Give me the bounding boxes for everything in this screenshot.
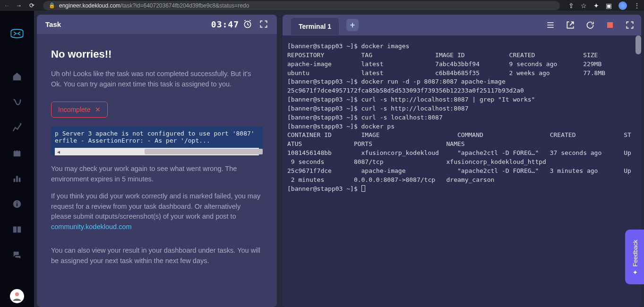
svg-rect-1 <box>14 179 16 182</box>
lock-icon: 🔒 <box>49 2 55 9</box>
left-sidebar <box>0 11 34 307</box>
sidebar-item-info[interactable] <box>11 198 23 210</box>
user-avatar[interactable] <box>10 289 24 303</box>
sparkle-icon: ✦ <box>632 269 639 274</box>
status-badge[interactable]: Incomplete ✕ <box>51 102 108 118</box>
main-layout: Task 03:47 No worries!! Uh oh! Looks lik… <box>0 11 644 307</box>
sidebar-item-analytics[interactable] <box>11 121 23 134</box>
terminal-text: [banner@stapp03 ~]$ docker images REPOSI… <box>287 43 631 192</box>
url-bar[interactable]: 🔒 engineer.kodekloud.com/task?id=6407203… <box>43 1 560 10</box>
error-text: p Server 3 apache is not configured to u… <box>55 130 259 148</box>
task-body: No worries!! Uh oh! Looks like the task … <box>37 34 277 307</box>
terminal-tab[interactable]: Terminal 1 <box>291 18 339 35</box>
sidebar-item-forum[interactable] <box>11 249 23 261</box>
alarm-icon <box>243 19 252 29</box>
task-panel-header: Task 03:47 <box>37 15 277 34</box>
maximize-icon[interactable] <box>625 20 635 30</box>
terminal-cursor <box>361 185 365 192</box>
menu-icon[interactable] <box>546 20 555 30</box>
task-summary: Uh oh! Looks like the task was not compl… <box>51 69 263 90</box>
task-tab-label: Task <box>45 20 61 28</box>
terminal-panel: Terminal 1 + [banner@stapp03 ~]$ docker … <box>283 15 641 307</box>
profile-avatar[interactable] <box>618 1 627 10</box>
terminal-header-icons <box>546 20 635 30</box>
svg-rect-3 <box>19 178 21 182</box>
stop-button[interactable] <box>605 20 615 30</box>
terminal-panel-header: Terminal 1 + <box>283 15 641 35</box>
svg-point-7 <box>15 292 19 296</box>
fullscreen-icon[interactable] <box>259 19 268 29</box>
popout-icon[interactable] <box>566 20 575 30</box>
status-label: Incomplete <box>58 106 90 113</box>
kebab-menu-icon[interactable]: ⋮ <box>634 2 640 9</box>
task-timer: 03:47 <box>211 19 252 29</box>
nav-forward-icon[interactable]: → <box>16 2 22 9</box>
browser-toolbar: ← → ⟳ 🔒 engineer.kodekloud.com/task?id=6… <box>0 0 644 11</box>
svg-rect-5 <box>17 203 17 206</box>
restart-icon[interactable] <box>585 20 595 30</box>
nav-back-icon[interactable]: ← <box>4 2 10 9</box>
scroll-right-icon[interactable]: ▶ <box>251 149 259 154</box>
svg-rect-6 <box>17 202 17 203</box>
timer-value: 03:47 <box>211 19 239 29</box>
extensions-icon[interactable]: ✦ <box>593 2 599 9</box>
sidebar-item-home[interactable] <box>11 70 23 83</box>
advice-1: You may check your work again to see wha… <box>51 164 263 185</box>
sidebar-item-leaderboard[interactable] <box>11 172 23 185</box>
add-terminal-button[interactable]: + <box>346 19 359 31</box>
svg-rect-2 <box>16 176 18 182</box>
scroll-left-icon[interactable]: ◀ <box>55 149 62 154</box>
star-icon[interactable]: ☆ <box>581 2 587 9</box>
sidebar-item-path[interactable] <box>11 96 23 108</box>
tabs-icon[interactable]: ▣ <box>606 2 612 9</box>
sidebar-item-docs[interactable] <box>11 223 23 236</box>
kodekloud-logo[interactable] <box>8 24 26 43</box>
nav-arrows: ← → <box>4 2 22 9</box>
terminal-scrollbar[interactable] <box>635 35 641 54</box>
url-domain: engineer.kodekloud.com <box>59 2 120 9</box>
task-panel: Task 03:47 No worries!! Uh oh! Looks lik… <box>37 15 277 307</box>
url-path: /task?id=6407203674fb204d39fbe9c8&status… <box>120 2 249 9</box>
community-link[interactable]: community.kodekloud.com <box>51 223 132 230</box>
content-area: Task 03:47 No worries!! Uh oh! Looks lik… <box>34 11 644 307</box>
feedback-button[interactable]: ✦ Feedback <box>625 230 644 284</box>
share-icon[interactable]: ⇪ <box>568 2 574 9</box>
advice-3: You can also view your result in your da… <box>51 246 263 266</box>
horizontal-scrollbar[interactable]: ◀ ▶ <box>55 148 259 155</box>
browser-right-icons: ⇪ ☆ ✦ ▣ ⋮ <box>568 1 640 10</box>
reload-icon[interactable]: ⟳ <box>29 2 34 9</box>
sidebar-item-castle[interactable] <box>11 147 23 159</box>
error-output: p Server 3 apache is not configured to u… <box>51 126 263 155</box>
close-icon[interactable]: ✕ <box>95 106 101 113</box>
terminal-output[interactable]: [banner@stapp03 ~]$ docker images REPOSI… <box>283 35 641 307</box>
task-heading: No worries!! <box>51 48 263 60</box>
advice-2: If you think you did your work correctly… <box>51 191 263 232</box>
feedback-label: Feedback <box>632 239 639 266</box>
